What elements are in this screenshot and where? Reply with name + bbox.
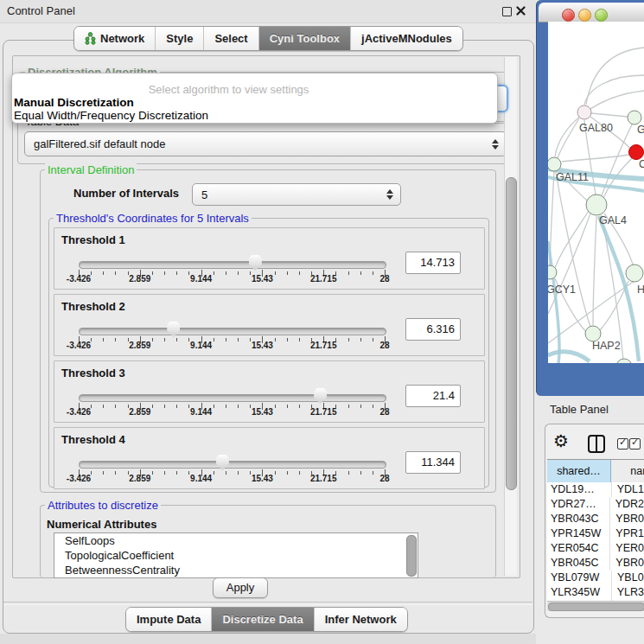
column-header-name[interactable]: name: [611, 460, 644, 482]
algorithm-option-equal-width[interactable]: Equal Width/Frequency Discretization: [14, 109, 208, 122]
number-of-intervals-label: Number of Intervals: [73, 187, 179, 200]
threshold-value-field[interactable]: 21.4: [405, 385, 461, 407]
network-canvas[interactable]: GAL80GACGAL11GAL4GCY1HHAP2: [548, 22, 644, 363]
float-window-icon[interactable]: [502, 7, 512, 16]
slider-tick: [152, 405, 153, 408]
slider-track[interactable]: [79, 261, 386, 269]
slider-tick: [287, 471, 288, 475]
tab-style[interactable]: Style: [156, 27, 204, 50]
tab-label: jActiveMNodules: [361, 32, 452, 45]
slider-tick: [299, 471, 300, 475]
slider-tick-label: 15.43: [252, 274, 273, 284]
table-row[interactable]: YDR27…YDR2: [547, 497, 644, 512]
slider-tick-label: 21.715: [310, 407, 337, 417]
number-of-intervals-combobox[interactable]: 5: [192, 183, 401, 206]
threshold-label: Threshold 4: [61, 433, 125, 446]
network-node-label: GAL4: [599, 214, 627, 226]
slider-tick: [103, 405, 104, 408]
network-node[interactable]: [548, 157, 561, 171]
slider-tick: [238, 405, 239, 408]
mac-close-icon[interactable]: [562, 9, 575, 22]
settings-scrollbar-thumb[interactable]: [506, 177, 517, 490]
attributes-group-label: Attributes to discretize: [45, 499, 161, 512]
table-data-value: galFiltered.sif default node: [25, 137, 488, 150]
column-header-shared-name[interactable]: shared…: [547, 460, 611, 482]
network-node[interactable]: [626, 265, 643, 282]
network-node[interactable]: [628, 111, 641, 124]
slider-tick-label: 9.144: [190, 274, 212, 284]
attribute-item[interactable]: SelfLoops: [54, 533, 418, 548]
slider-tick: [214, 405, 214, 408]
table-data-combobox[interactable]: galFiltered.sif default node: [24, 131, 507, 156]
table-panel-titlebar: Table Panel: [536, 396, 644, 422]
attribute-item[interactable]: BetweennessCentrality: [54, 563, 418, 577]
slider-track[interactable]: [79, 461, 386, 469]
tab-select[interactable]: Select: [204, 27, 258, 50]
network-node[interactable]: [629, 145, 644, 160]
network-window-titlebar[interactable]: [539, 3, 644, 22]
slider-track[interactable]: [79, 394, 386, 402]
slider-tick: [287, 338, 288, 341]
slider-tick: [348, 471, 349, 475]
mac-zoom-icon[interactable]: [595, 9, 608, 22]
tab-discretize-data[interactable]: Discretize Data: [212, 608, 314, 631]
network-node[interactable]: [586, 194, 607, 215]
table-row[interactable]: YDL19…YDL1: [547, 482, 644, 497]
threshold-label: Threshold 3: [61, 367, 125, 379]
algorithm-option-manual[interactable]: Manual Discretization: [14, 96, 134, 109]
checkbox-icon[interactable]: [629, 438, 641, 450]
slider-track[interactable]: [79, 328, 386, 335]
threshold-value-field[interactable]: 6.316: [405, 318, 461, 341]
table-row[interactable]: YBR043CYBR0: [547, 512, 644, 526]
threshold-panel-4: Threshold 4-3.4262.8599.14415.4321.71528…: [54, 427, 485, 489]
slider-tick: [152, 271, 153, 275]
slider-tick: [373, 471, 373, 475]
network-graph: GAL80GACGAL11GAL4GCY1HHAP2: [548, 22, 644, 363]
list-scrollbar[interactable]: [406, 535, 417, 577]
slider-tick: [238, 271, 239, 275]
table-row[interactable]: YBR045CYBR0: [547, 556, 644, 571]
tab-label: Cyni Toolbox: [270, 32, 340, 45]
network-node[interactable]: [577, 105, 591, 119]
slider-tick: [176, 338, 177, 341]
apply-button[interactable]: Apply: [213, 577, 268, 598]
tab-network[interactable]: Network: [74, 27, 156, 50]
slider-tick: [103, 271, 104, 275]
table-hscrollbar-thumb[interactable]: [548, 603, 644, 611]
slider-tick: [299, 405, 300, 408]
close-icon[interactable]: [516, 6, 526, 16]
slider-tick-label: 21.715: [310, 274, 337, 284]
tab-impute-data[interactable]: Impute Data: [126, 608, 212, 631]
threshold-label: Threshold 2: [61, 300, 125, 313]
split-view-icon[interactable]: [588, 435, 605, 453]
table-row[interactable]: YLR345WYLR3: [547, 585, 644, 600]
threshold-value-field[interactable]: 14.713: [405, 252, 461, 274]
table-row[interactable]: YPR145WYPR1: [547, 526, 644, 541]
tab-infer-network[interactable]: Infer Network: [315, 608, 407, 631]
table-row[interactable]: YBL079WYBL0: [547, 571, 644, 585]
slider-tick: [275, 338, 276, 341]
checkbox-icon[interactable]: [617, 438, 628, 450]
network-node-label: C: [639, 158, 644, 170]
table-row[interactable]: YER054CYER0: [547, 541, 644, 556]
network-node[interactable]: [616, 359, 632, 363]
slider-tick: [115, 271, 116, 275]
cell-shared-name: YLR345W: [547, 585, 611, 600]
threshold-value-field[interactable]: 11.344: [405, 451, 461, 474]
mac-minimize-icon[interactable]: [578, 9, 591, 22]
tab-jactivemnodules[interactable]: jActiveMNodules: [351, 27, 462, 50]
table-hscrollbar[interactable]: [547, 601, 644, 611]
bottom-strip: [0, 634, 536, 644]
threshold-panel-1: Threshold 1-3.4262.8599.14415.4321.71528…: [54, 227, 485, 290]
cell-shared-name: YDL19…: [547, 482, 611, 497]
slider-tick: [348, 271, 349, 275]
slider-tick: [91, 338, 92, 341]
gear-icon[interactable]: ⚙: [553, 431, 569, 450]
tab-cyni-toolbox[interactable]: Cyni Toolbox: [259, 27, 351, 50]
control-panel-titlebar: Control Panel: [0, 0, 536, 23]
slider-tick: [176, 405, 177, 408]
numerical-attributes-list[interactable]: SelfLoopsTopologicalCoefficientBetweenne…: [54, 532, 418, 578]
slider-tick-label: 28: [379, 274, 389, 284]
attribute-item[interactable]: TopologicalCoefficient: [54, 548, 418, 563]
slider-tick: [115, 405, 116, 408]
